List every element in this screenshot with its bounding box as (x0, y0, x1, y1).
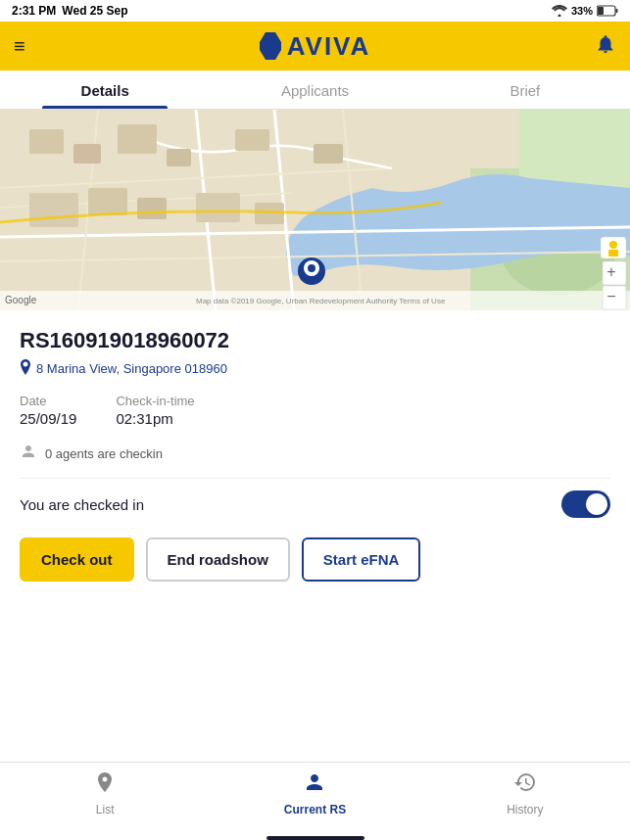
nav-list[interactable]: List (0, 770, 210, 817)
nav-history-label: History (507, 803, 543, 817)
checked-in-text: You are checked in (20, 496, 144, 513)
location-pin-icon (20, 359, 31, 378)
svg-marker-3 (260, 32, 281, 60)
start-efna-button[interactable]: Start eFNA (302, 537, 421, 582)
time: 2:31 PM (12, 4, 56, 18)
svg-text:Map data ©2019 Google, Urban R: Map data ©2019 Google, Urban Redevelopme… (196, 297, 446, 305)
location-row: 8 Marina View, Singapore 018960 (20, 359, 610, 378)
nav-history[interactable]: History (420, 770, 630, 817)
checkout-button[interactable]: Check out (20, 537, 134, 582)
svg-rect-24 (137, 198, 167, 219)
svg-point-29 (308, 264, 315, 272)
svg-text:−: − (606, 288, 615, 304)
svg-rect-16 (29, 129, 64, 154)
header: ≡ AVIVA (0, 22, 630, 70)
svg-rect-25 (196, 193, 240, 222)
svg-rect-2 (616, 9, 618, 13)
nav-current-rs-icon (303, 770, 326, 800)
svg-rect-20 (235, 129, 269, 151)
menu-button[interactable]: ≡ (14, 35, 25, 58)
checked-in-toggle[interactable] (561, 490, 610, 518)
date-label: Date (20, 394, 76, 408)
status-bar-right: 33% (552, 5, 618, 17)
checkin-time-field: Check-in-time 02:31pm (116, 394, 194, 427)
svg-rect-23 (88, 188, 127, 215)
aviva-logo-icon (260, 32, 281, 60)
notification-bell-icon[interactable] (595, 33, 616, 60)
tab-details[interactable]: Details (0, 70, 210, 109)
end-roadshow-button[interactable]: End roadshow (146, 537, 290, 582)
map[interactable]: Google Map data ©2019 Google, Urban Rede… (0, 110, 630, 310)
svg-rect-19 (167, 149, 191, 166)
svg-rect-17 (73, 144, 101, 163)
checkin-time-label: Check-in-time (116, 394, 194, 408)
bottom-navigation: List Current RS History (0, 762, 630, 840)
svg-rect-22 (29, 193, 78, 227)
svg-point-39 (609, 241, 617, 249)
tab-applicants[interactable]: Applicants (210, 70, 419, 109)
battery-icon (597, 5, 618, 17)
action-buttons: Check out End roadshow Start eFNA (20, 537, 610, 582)
map-image: Google Map data ©2019 Google, Urban Rede… (0, 110, 630, 310)
status-bar: 2:31 PM Wed 25 Sep 33% (0, 0, 630, 22)
nav-current-rs[interactable]: Current RS (210, 770, 419, 817)
checked-in-row: You are checked in (20, 490, 610, 518)
status-bar-left: 2:31 PM Wed 25 Sep (12, 4, 128, 18)
svg-rect-6 (519, 110, 630, 188)
date-field: Date 25/09/19 (20, 394, 76, 427)
svg-rect-21 (314, 144, 343, 163)
battery-text: 33% (571, 5, 593, 17)
nav-list-label: List (96, 803, 115, 817)
date-checkin-row: Date 25/09/19 Check-in-time 02:31pm (20, 394, 610, 427)
wifi-icon (552, 5, 567, 17)
nav-indicator (267, 836, 364, 840)
svg-rect-40 (608, 250, 618, 257)
content-area: RS160919018960072 8 Marina View, Singapo… (0, 310, 630, 593)
nav-list-icon (93, 770, 117, 800)
tabs: Details Applicants Brief (0, 70, 630, 110)
svg-rect-1 (598, 7, 604, 15)
logo-text: AVIVA (287, 31, 371, 62)
nav-current-rs-label: Current RS (284, 803, 346, 817)
logo: AVIVA (260, 31, 371, 62)
date-value: 25/09/19 (20, 410, 76, 427)
tab-brief[interactable]: Brief (420, 70, 630, 109)
roadshow-id: RS160919018960072 (20, 328, 610, 353)
svg-text:+: + (606, 263, 615, 280)
checkin-time-value: 02:31pm (116, 410, 194, 427)
date: Wed 25 Sep (62, 4, 127, 18)
svg-rect-18 (118, 124, 157, 154)
nav-history-icon (513, 770, 537, 800)
svg-text:Google: Google (5, 295, 37, 305)
divider (20, 478, 610, 479)
agents-row: 0 agents are checkin (20, 443, 610, 464)
location-text: 8 Marina View, Singapore 018960 (36, 361, 227, 376)
agents-icon (20, 443, 37, 464)
agents-count-text: 0 agents are checkin (45, 446, 163, 461)
toggle-circle (586, 493, 607, 515)
